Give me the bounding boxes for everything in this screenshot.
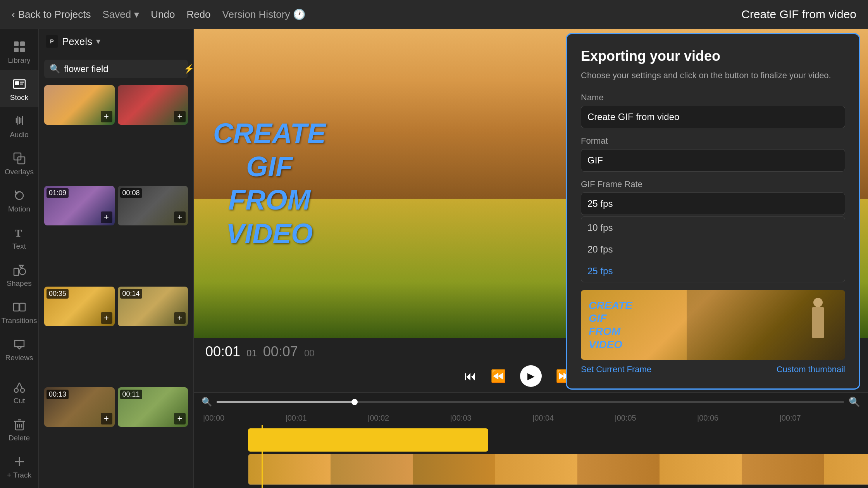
version-history[interactable]: Version History 🕐 — [222, 9, 306, 21]
sidebar-item-track[interactable]: + Track — [0, 448, 38, 485]
duration-badge: 00:08 — [120, 188, 142, 198]
add-media-button[interactable]: + — [101, 312, 112, 324]
name-input[interactable] — [581, 106, 845, 128]
export-description: Choose your settings and click on the bu… — [581, 70, 845, 82]
fps-selector[interactable]: 25 fps — [581, 192, 845, 215]
search-input[interactable] — [64, 64, 180, 74]
media-thumbnail[interactable]: 01:09 + — [44, 186, 115, 225]
media-thumbnail[interactable]: + — [118, 85, 188, 125]
sidebar-item-text[interactable]: T Text — [0, 219, 38, 256]
sidebar-item-transitions[interactable]: Transitions — [0, 293, 38, 330]
sidebar-item-library[interactable]: Library — [0, 33, 38, 70]
scrubber-thumb[interactable] — [351, 399, 358, 405]
text-icon: T — [12, 226, 26, 240]
thumbnail-actions: Set Current Frame Custom thumbnail — [581, 364, 845, 375]
timeline-ruler: |00:00 |00:01 |00:02 |00:03 |00:04 |00:0… — [194, 411, 868, 425]
sidebar-item-shapes[interactable]: Shapes — [0, 256, 38, 293]
fps-option-10[interactable]: 10 fps — [581, 217, 845, 239]
svg-rect-16 — [20, 303, 25, 311]
timeline-scrubber: 🔍 🔍 — [194, 393, 868, 411]
sidebar-item-stock[interactable]: Stock — [0, 70, 38, 107]
sidebar-item-reviews[interactable]: Reviews — [0, 330, 38, 368]
add-media-button[interactable]: + — [101, 211, 112, 223]
video-track[interactable] — [248, 454, 868, 485]
current-frame: 01 — [246, 348, 257, 359]
add-media-button[interactable]: + — [174, 312, 186, 324]
sidebar-item-text-label: Text — [12, 242, 26, 251]
media-thumbnail[interactable]: 00:35 + — [44, 287, 115, 326]
add-media-button[interactable]: + — [101, 413, 112, 424]
pexels-dropdown-icon[interactable]: ▾ — [96, 36, 100, 46]
history-icon: 🕐 — [293, 9, 305, 21]
fps-selected-value: 25 fps — [587, 198, 613, 209]
sidebar-item-motion[interactable]: Motion — [0, 182, 38, 219]
media-thumbnail[interactable]: 00:11 + — [118, 387, 188, 427]
fps-option-20[interactable]: 20 fps — [581, 239, 845, 260]
add-media-button[interactable]: + — [174, 111, 186, 122]
media-thumbnail[interactable]: 00:14 + — [118, 287, 188, 326]
delete-icon — [12, 418, 26, 431]
video-text-line2: GIF — [213, 150, 326, 183]
thumbnail-preview: CREATE GIF FROM VIDEO — [581, 290, 845, 360]
sidebar-item-stock-label: Stock — [10, 93, 29, 102]
rewind-button[interactable]: ⏪ — [491, 369, 506, 383]
current-time: 00:01 — [205, 344, 240, 360]
text-track[interactable] — [248, 428, 488, 452]
duration-badge: 00:35 — [46, 289, 69, 299]
track-icon — [12, 455, 26, 469]
thumb-text-line3: FROM — [589, 325, 632, 338]
play-button[interactable]: ▶ — [520, 365, 542, 387]
svg-rect-1 — [20, 41, 25, 46]
add-media-button[interactable]: + — [101, 111, 112, 122]
sidebar-item-overlays-label: Overlays — [5, 168, 34, 176]
thumb-text-line1: CREATE — [589, 299, 632, 312]
back-to-projects-label: Back to Projects — [18, 9, 91, 21]
svg-line-20 — [19, 383, 22, 389]
custom-thumbnail-button[interactable]: Custom thumbnail — [777, 364, 845, 375]
format-label: Format — [581, 136, 845, 146]
overlays-icon — [12, 151, 26, 165]
name-label: Name — [581, 93, 845, 103]
video-text-overlay: CREATE GIF FROM VIDEO — [213, 117, 326, 251]
ruler-mark-7: |00:07 — [778, 414, 861, 423]
export-title: Exporting your video — [581, 48, 845, 64]
svg-rect-15 — [14, 303, 19, 311]
ruler-mark-4: |00:04 — [531, 414, 613, 423]
undo-button[interactable]: Undo — [151, 9, 175, 21]
saved-dropdown-icon[interactable]: ▾ — [134, 9, 139, 21]
back-to-projects-button[interactable]: ‹ Back to Projects — [12, 9, 91, 21]
svg-text:T: T — [15, 227, 22, 239]
fps-option-25[interactable]: 25 fps — [581, 260, 845, 282]
zoom-out-icon[interactable]: 🔍 — [202, 397, 212, 407]
redo-button[interactable]: Redo — [186, 9, 210, 21]
filter-icon[interactable]: ⚡ — [184, 64, 194, 74]
saved-indicator: Saved ▾ — [103, 9, 140, 21]
version-history-label: Version History — [222, 9, 290, 21]
library-icon — [12, 40, 26, 54]
ruler-mark-6: |00:06 — [696, 414, 778, 423]
zoom-in-icon[interactable]: 🔍 — [849, 397, 860, 407]
format-value: GIF — [581, 149, 845, 172]
svg-rect-3 — [20, 48, 25, 52]
set-current-frame-button[interactable]: Set Current Frame — [581, 364, 651, 375]
project-title: Create GIF from video — [741, 8, 856, 21]
saved-label: Saved — [103, 9, 131, 21]
search-icon: 🔍 — [50, 64, 60, 74]
media-thumbnail[interactable]: 00:13 + — [44, 387, 115, 427]
cut-icon — [12, 380, 26, 394]
svg-rect-0 — [14, 41, 19, 46]
add-media-button[interactable]: + — [174, 413, 186, 424]
sidebar-item-cut[interactable]: Cut — [0, 373, 38, 411]
scrubber-track[interactable] — [217, 401, 844, 403]
svg-point-17 — [14, 388, 18, 392]
duration-badge: 00:11 — [120, 390, 142, 399]
sidebar-item-audio[interactable]: Audio — [0, 107, 38, 144]
sidebar-item-delete[interactable]: Delete — [0, 411, 38, 448]
skip-to-start-button[interactable]: ⏮ — [464, 369, 477, 383]
media-thumbnail[interactable]: + — [44, 85, 115, 125]
duration-badge: 01:09 — [46, 188, 69, 198]
media-thumbnail[interactable]: 00:08 + — [118, 186, 188, 225]
duration-badge: 00:14 — [120, 289, 142, 299]
sidebar-item-overlays[interactable]: Overlays — [0, 144, 38, 182]
add-media-button[interactable]: + — [174, 211, 186, 223]
